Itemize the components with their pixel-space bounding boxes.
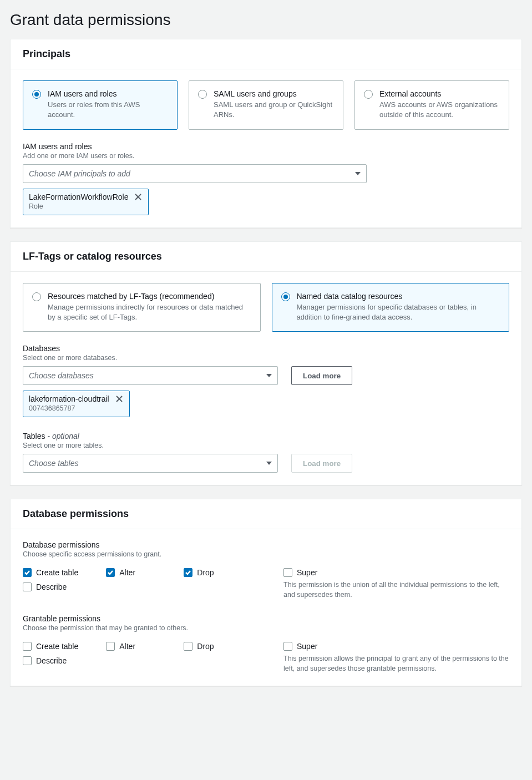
resources-heading: LF-Tags or catalog resources	[23, 251, 509, 262]
tile-title: External accounts	[379, 89, 500, 99]
close-icon	[115, 394, 124, 403]
permissions-panel: Database permissions Database permission…	[10, 499, 522, 686]
database-token: lakeformation-cloudtrail 007436865787	[23, 391, 130, 417]
checkbox-icon	[184, 568, 192, 577]
close-icon	[134, 193, 143, 201]
permissions-heading: Database permissions	[23, 508, 509, 520]
checkbox-icon	[23, 642, 32, 651]
checkbox-icon	[283, 642, 292, 651]
grant-checkbox-create-table[interactable]: Create table	[23, 642, 78, 651]
radio-icon	[198, 90, 207, 99]
grant-super-help: This permission allows the principal to …	[283, 654, 509, 673]
tile-iam-users[interactable]: IAM users and roles Users or roles from …	[23, 80, 178, 130]
databases-label: Databases	[23, 344, 509, 353]
select-placeholder: Choose tables	[29, 459, 79, 468]
iam-principals-select[interactable]: Choose IAM principals to add	[23, 164, 367, 183]
tile-desc: SAML users and group or QuickSight ARNs.	[214, 100, 334, 120]
tables-select[interactable]: Choose tables	[23, 454, 278, 473]
select-placeholder: Choose IAM principals to add	[29, 169, 130, 178]
checkbox-label: Drop	[197, 642, 214, 651]
iam-field-label: IAM users and roles	[23, 142, 509, 151]
tile-saml-users[interactable]: SAML users and groups SAML users and gro…	[189, 80, 343, 130]
optional-tag: - optional	[47, 432, 79, 440]
grant-checkbox-describe[interactable]: Describe	[23, 656, 73, 665]
tile-title: SAML users and groups	[214, 89, 334, 99]
db-perms-help: Choose specific access permissions to gr…	[23, 550, 509, 558]
super-help: This permission is the union of all the …	[283, 580, 509, 600]
chevron-down-icon	[266, 374, 272, 377]
grant-checkbox-drop[interactable]: Drop	[184, 642, 234, 651]
token-sub: 007436865787	[29, 404, 124, 412]
principals-panel: Principals IAM users and roles Users or …	[10, 39, 522, 228]
principal-token: LakeFormationWorkflowRole Role	[23, 189, 149, 215]
iam-field-help: Add one or more IAM users or roles.	[23, 152, 509, 160]
grantable-help: Choose the permission that may be grante…	[23, 624, 509, 632]
checkbox-label: Create table	[36, 568, 78, 577]
checkbox-label: Describe	[36, 583, 67, 591]
databases-select[interactable]: Choose databases	[23, 366, 278, 385]
checkbox-alter[interactable]: Alter	[106, 568, 156, 577]
checkbox-icon	[184, 642, 192, 651]
checkbox-super[interactable]: Super	[283, 568, 509, 577]
checkbox-create-table[interactable]: Create table	[23, 568, 78, 577]
page-title: Grant data permissions	[10, 11, 522, 29]
radio-icon	[364, 90, 373, 99]
checkbox-label: Alter	[119, 568, 135, 577]
tile-desc: Manage permissions indirectly for resour…	[48, 302, 251, 322]
checkbox-icon	[106, 568, 115, 577]
chevron-down-icon	[266, 462, 272, 465]
select-placeholder: Choose databases	[29, 371, 94, 380]
checkbox-label: Drop	[197, 568, 214, 577]
resources-panel: LF-Tags or catalog resources Resources m…	[10, 241, 522, 486]
checkbox-drop[interactable]: Drop	[184, 568, 234, 577]
db-perms-label: Database permissions	[23, 540, 509, 549]
radio-icon	[32, 90, 41, 99]
radio-icon	[281, 292, 290, 301]
remove-token-button[interactable]	[134, 193, 143, 201]
tile-title: IAM users and roles	[48, 89, 168, 99]
checkbox-label: Alter	[119, 642, 135, 651]
checkbox-label: Create table	[36, 642, 78, 651]
tile-desc: AWS accounts or AWS organizations outsid…	[379, 100, 500, 120]
tables-load-more-button[interactable]: Load more	[291, 454, 352, 473]
tile-desc: Users or roles from this AWS account.	[48, 100, 168, 120]
databases-help: Select one or more databases.	[23, 354, 509, 362]
tile-title: Named data catalog resources	[297, 291, 500, 301]
checkbox-icon	[23, 583, 32, 591]
grant-checkbox-alter[interactable]: Alter	[106, 642, 156, 651]
tile-desc: Manager permissions for specific databas…	[297, 302, 500, 322]
grantable-label: Grantable permissions	[23, 614, 509, 623]
principals-heading: Principals	[23, 48, 509, 60]
token-name: lakeformation-cloudtrail	[29, 394, 109, 403]
checkbox-label: Describe	[36, 656, 67, 665]
remove-token-button[interactable]	[115, 394, 124, 403]
chevron-down-icon	[355, 172, 361, 175]
checkbox-describe[interactable]: Describe	[23, 583, 73, 591]
checkbox-icon	[283, 568, 292, 577]
grant-checkbox-super[interactable]: Super	[283, 642, 509, 651]
token-type: Role	[29, 202, 143, 210]
tile-external-accounts[interactable]: External accounts AWS accounts or AWS or…	[354, 80, 509, 130]
checkbox-icon	[23, 656, 32, 665]
checkbox-label: Super	[297, 568, 317, 577]
radio-icon	[32, 292, 41, 301]
tables-label: Tables - optional	[23, 432, 509, 440]
tile-lf-tags[interactable]: Resources matched by LF-Tags (recommende…	[23, 283, 261, 332]
tile-title: Resources matched by LF-Tags (recommende…	[48, 291, 251, 301]
checkbox-icon	[23, 568, 32, 577]
token-name: LakeFormationWorkflowRole	[29, 193, 128, 201]
tile-named-catalog[interactable]: Named data catalog resources Manager per…	[272, 283, 510, 332]
checkbox-icon	[106, 642, 115, 651]
databases-load-more-button[interactable]: Load more	[291, 366, 352, 385]
checkbox-label: Super	[297, 642, 317, 651]
tables-help: Select one or more tables.	[23, 442, 509, 449]
